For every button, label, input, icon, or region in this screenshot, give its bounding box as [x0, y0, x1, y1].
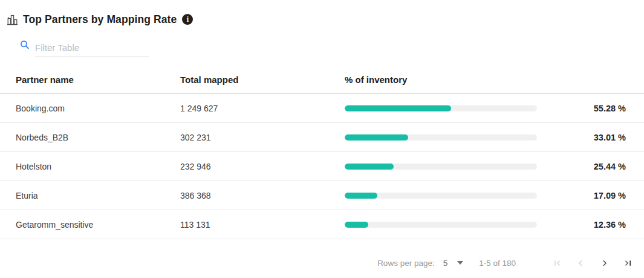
column-header-percent-inventory[interactable]: % of inventory: [345, 74, 626, 85]
first-page-icon: [552, 258, 562, 268]
partner-name-cell: Getaromm_sensitive: [16, 220, 180, 230]
progress-bar-fill: [345, 193, 377, 199]
total-mapped-cell: 386 368: [180, 191, 345, 200]
total-mapped-cell: 232 946: [180, 162, 345, 171]
total-mapped-cell: 1 249 627: [180, 104, 345, 113]
progress-bar-track: [345, 164, 537, 170]
previous-page-button[interactable]: [574, 256, 587, 270]
progress-bar-fill: [345, 105, 451, 111]
last-page-icon: [623, 258, 633, 268]
table-row: Booking.com1 249 62755.28 %: [0, 94, 644, 123]
partner-name-cell: Eturia: [16, 191, 180, 200]
table-row: Getaromm_sensitive113 13112.36 %: [0, 210, 644, 239]
info-icon[interactable]: i: [182, 14, 193, 25]
chevron-left-icon: [576, 258, 586, 268]
filter-table-input[interactable]: [35, 39, 149, 57]
partner-name-cell: Norbeds_B2B: [16, 133, 180, 142]
progress-bar-fill: [345, 134, 408, 141]
progress-bar-track: [345, 222, 537, 228]
card-header: Top Partners by Mapping Rate i: [0, 0, 644, 28]
page-title: Top Partners by Mapping Rate: [23, 13, 177, 26]
progress-bar-track: [345, 134, 537, 141]
rows-per-page-select[interactable]: 5: [443, 259, 464, 268]
search-icon: [20, 40, 30, 52]
inventory-bar-cell: [345, 222, 537, 228]
next-page-button[interactable]: [597, 256, 611, 270]
column-header-total-mapped[interactable]: Total mapped: [180, 74, 345, 85]
first-page-button[interactable]: [550, 256, 564, 270]
progress-bar-track: [345, 105, 537, 111]
pagination-range-label: 1-5 of 180: [479, 259, 516, 268]
chevron-right-icon: [599, 258, 610, 268]
last-page-button[interactable]: [621, 256, 634, 270]
partner-name-cell: Booking.com: [16, 104, 180, 113]
table-body: Booking.com1 249 62755.28 %Norbeds_B2B30…: [0, 94, 644, 239]
inventory-bar-cell: [345, 164, 537, 170]
top-partners-card: Top Partners by Mapping Rate i Partner n…: [0, 0, 644, 278]
percent-cell: 12.36 %: [537, 220, 626, 230]
table-row: Eturia386 36817.09 %: [0, 181, 644, 210]
total-mapped-cell: 113 131: [180, 220, 345, 230]
pagination-bar: Rows per page: 5 1-5 of 180: [0, 248, 644, 278]
total-mapped-cell: 302 231: [180, 133, 345, 142]
table-row: Norbeds_B2B302 23133.01 %: [0, 123, 644, 152]
column-header-partner-name[interactable]: Partner name: [16, 74, 180, 85]
progress-bar-track: [345, 193, 537, 199]
rows-per-page-label: Rows per page:: [377, 259, 435, 268]
filter-bar: [0, 38, 644, 57]
bar-chart-icon: [6, 13, 19, 26]
inventory-bar-cell: [345, 134, 537, 141]
progress-bar-fill: [345, 164, 394, 170]
percent-cell: 25.44 %: [537, 162, 626, 171]
table-row: Hotelston232 94625.44 %: [0, 152, 644, 181]
inventory-bar-cell: [345, 193, 537, 199]
inventory-bar-cell: [345, 105, 537, 111]
rows-per-page-value: 5: [443, 259, 448, 268]
partner-name-cell: Hotelston: [16, 162, 180, 171]
percent-cell: 33.01 %: [537, 133, 626, 142]
percent-cell: 17.09 %: [537, 191, 626, 200]
table-header-row: Partner name Total mapped % of inventory: [0, 65, 644, 94]
percent-cell: 55.28 %: [537, 104, 626, 113]
progress-bar-fill: [345, 222, 368, 228]
chevron-down-icon: [457, 261, 463, 265]
